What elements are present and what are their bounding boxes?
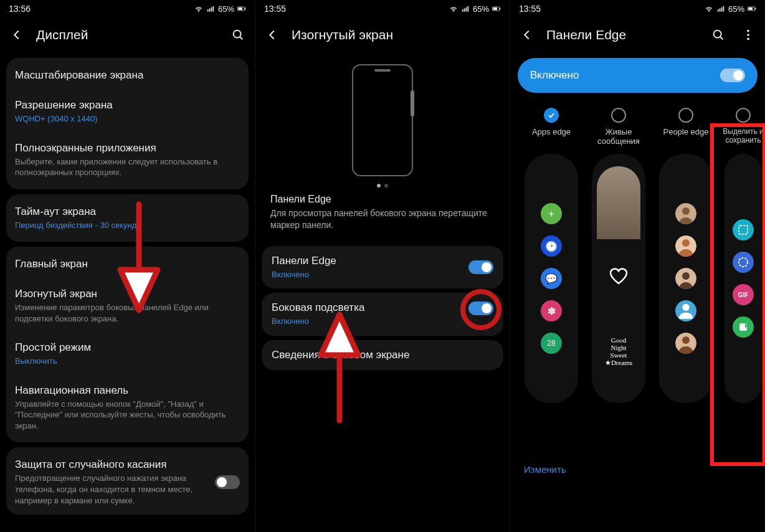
svg-point-28 xyxy=(747,29,749,32)
svg-rect-4 xyxy=(212,6,214,12)
panel-checkbox[interactable] xyxy=(544,108,559,123)
edge-info: Панели Edge Для просмотра панелей боково… xyxy=(255,194,510,242)
item-edge-screen[interactable]: Изогнутый экран Изменение параметров бок… xyxy=(15,279,240,333)
item-screen-timeout[interactable]: Тайм-аут экрана Период бездействия - 30 … xyxy=(15,204,240,232)
avatar-icon xyxy=(675,235,696,257)
image-stack-icon: Good Night Sweet ★Dreams xyxy=(597,166,640,391)
status-icons: 65% xyxy=(194,4,246,14)
edge-panels-toggle[interactable] xyxy=(468,260,493,274)
battery-percent: 65% xyxy=(473,4,489,14)
panel-checkbox[interactable] xyxy=(736,108,751,123)
battery-percent: 65% xyxy=(218,4,234,14)
svg-rect-2 xyxy=(209,8,211,11)
settings-list: Масштабирование экрана Разрешение экрана… xyxy=(0,52,255,515)
svg-rect-24 xyxy=(755,8,756,10)
svg-point-0 xyxy=(198,11,199,12)
avatar-icon xyxy=(675,203,696,224)
wifi-icon xyxy=(194,4,203,13)
master-enable-pill[interactable]: Включено xyxy=(518,58,758,93)
panel-preview: ＋ 🕑 💬 ✽ 28 xyxy=(525,154,578,403)
back-button[interactable] xyxy=(6,24,27,45)
svg-point-39 xyxy=(682,336,690,344)
battery-icon xyxy=(748,4,756,13)
item-accidental-touch[interactable]: Защита от случайного касания Предотвраще… xyxy=(15,457,240,515)
item-screen-scaling[interactable]: Масштабирование экрана xyxy=(15,68,240,90)
page-title: Изогнутый экран xyxy=(292,27,503,42)
svg-rect-21 xyxy=(721,7,723,12)
svg-rect-1 xyxy=(207,9,209,12)
svg-rect-19 xyxy=(718,9,719,12)
svg-line-27 xyxy=(720,37,723,39)
item-edge-lighting[interactable]: Боковая подсветка Включено xyxy=(262,293,503,336)
panel-checkbox[interactable] xyxy=(678,108,693,123)
screen-edge-screen: 13:55 65% Изогнутый экран Панели Edge Дл… xyxy=(255,0,510,532)
panel-checkbox[interactable] xyxy=(611,108,626,123)
edge-preview xyxy=(255,52,510,194)
edge-handle-icon xyxy=(411,90,414,116)
search-icon xyxy=(711,28,725,42)
item-nav-bar[interactable]: Навигационная панель Управляйте с помощь… xyxy=(15,376,240,433)
panels-strip[interactable]: Apps edge ＋ 🕑 💬 ✽ 28 Живые сообщения Goo… xyxy=(510,99,765,454)
edge-lighting-toggle[interactable] xyxy=(468,302,493,315)
settings-group-2: Тайм-аут экрана Период бездействия - 30 … xyxy=(6,194,249,242)
change-link[interactable]: Изменить xyxy=(510,454,765,485)
svg-point-18 xyxy=(708,11,710,12)
settings-group-4: Защита от случайного касания Предотвраще… xyxy=(6,447,249,515)
back-button[interactable] xyxy=(262,24,283,45)
svg-rect-13 xyxy=(466,7,467,12)
svg-point-36 xyxy=(682,272,690,280)
app-bar: Дисплей xyxy=(0,17,255,52)
app-bar: Изогнутый экран xyxy=(255,17,510,52)
search-button[interactable] xyxy=(708,24,729,45)
panel-live-messages[interactable]: Живые сообщения Good Night Sweet ★Dreams xyxy=(585,104,652,454)
gif-icon: GIF xyxy=(733,284,754,305)
status-icons: 65% xyxy=(705,4,756,14)
messages-icon: 💬 xyxy=(541,268,562,289)
screen-edge-panels: 13:55 65% Панели Edge Включено Apps edge… xyxy=(510,0,765,532)
item-fullscreen-apps[interactable]: Полноэкранные приложения Выберите, какие… xyxy=(15,133,240,179)
master-enable-toggle[interactable] xyxy=(720,69,745,82)
page-title: Панели Edge xyxy=(546,27,699,42)
svg-rect-16 xyxy=(500,8,500,10)
item-simple-mode[interactable]: Простой режим Выключить xyxy=(15,333,240,376)
item-edge-about[interactable]: Сведения о боковом экране xyxy=(262,340,503,370)
status-time: 13:56 xyxy=(9,4,31,14)
status-bar: 13:56 65% xyxy=(0,0,255,17)
status-time: 13:55 xyxy=(264,4,286,14)
back-button[interactable] xyxy=(516,24,538,45)
item-home-screen[interactable]: Главный экран xyxy=(15,257,240,279)
calendar-icon: 28 xyxy=(541,333,562,354)
panel-select-save[interactable]: Выделить и сохранить GIF xyxy=(720,104,765,454)
svg-line-9 xyxy=(240,37,242,39)
more-button[interactable] xyxy=(738,24,759,45)
svg-rect-3 xyxy=(211,7,212,12)
battery-icon xyxy=(237,4,246,13)
select-rect-icon xyxy=(733,219,754,240)
wifi-icon xyxy=(449,4,458,13)
svg-point-37 xyxy=(682,304,689,311)
pin-icon xyxy=(733,316,754,338)
panel-preview xyxy=(659,154,713,403)
svg-rect-17 xyxy=(493,7,498,10)
accidental-touch-toggle[interactable] xyxy=(215,475,240,489)
svg-point-8 xyxy=(234,30,241,37)
svg-point-30 xyxy=(747,37,749,40)
status-icons: 65% xyxy=(449,4,501,14)
search-button[interactable] xyxy=(227,24,249,45)
signal-icon xyxy=(716,4,725,13)
item-edge-panels[interactable]: Панели Edge Включено xyxy=(262,246,503,289)
phone-frame-icon xyxy=(352,64,413,176)
status-time: 13:55 xyxy=(519,4,541,14)
panel-apps-edge[interactable]: Apps edge ＋ 🕑 💬 ✽ 28 xyxy=(518,104,585,454)
svg-rect-25 xyxy=(749,7,753,10)
svg-rect-11 xyxy=(462,9,463,12)
more-vert-icon xyxy=(741,28,755,42)
select-circle-icon xyxy=(733,252,754,273)
item-resolution[interactable]: Разрешение экрана WQHD+ (3040 x 1440) xyxy=(15,90,240,133)
panel-people-edge[interactable]: People edge xyxy=(652,104,720,454)
battery-icon xyxy=(492,4,501,13)
search-icon xyxy=(231,28,245,42)
status-bar: 13:55 65% xyxy=(510,0,765,17)
settings-group-3: Главный экран Изогнутый экран Изменение … xyxy=(6,247,249,442)
svg-point-41 xyxy=(739,258,748,267)
